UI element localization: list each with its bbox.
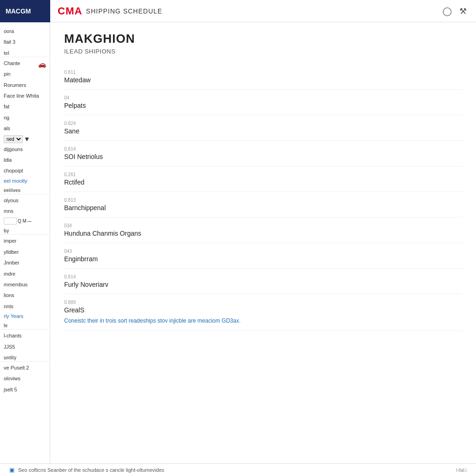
sidebar-item-jnnber[interactable]: Jnnber: [0, 258, 50, 268]
sidebar-item-mdre[interactable]: mdre: [0, 269, 50, 279]
schedule-item-name[interactable]: Sane: [64, 127, 462, 135]
dropdown-icon[interactable]: ▼: [24, 135, 30, 143]
logo-text: MACGM: [6, 7, 31, 15]
schedule-item-code: 0.814: [64, 274, 462, 279]
car-icon: 🚗: [38, 60, 46, 69]
schedule-item: 0.813Barnchippenal: [64, 192, 462, 218]
sidebar-item-nnts[interactable]: nnts: [0, 301, 50, 312]
sidebar: oora llail 3 tel Chante 🚗 pin Rorumers F…: [0, 22, 50, 463]
sidebar-item-ldla[interactable]: ldla: [0, 155, 50, 165]
sidebar-item-fat[interactable]: fat: [0, 101, 50, 112]
sidebar-link-eelmootty[interactable]: eel mootty: [0, 177, 50, 185]
sidebar-section-tel: tel: [0, 48, 50, 57]
sidebar-item-ylldber[interactable]: ylldber: [0, 247, 50, 258]
page-title: MAKGHION: [64, 32, 462, 46]
schedule-item: 04Pelpats: [64, 90, 462, 115]
schedule-item-name[interactable]: GrealS: [64, 306, 462, 314]
schedule-item-code: 0.813: [64, 198, 462, 203]
schedule-item: 0.889GrealSConeistc their in trois sort …: [64, 294, 462, 331]
sidebar-item-jjs5[interactable]: JJS5: [0, 342, 50, 352]
qm-label: Q M: [18, 218, 26, 224]
sidebar-item-als[interactable]: als: [0, 123, 50, 134]
footer-bar: ▣ Seo cofticns Seanber of the schudace s…: [0, 463, 476, 476]
footer-right: l-llal.i: [456, 468, 467, 473]
sidebar-section-by: by: [0, 225, 50, 235]
sidebar-item-mmembus[interactable]: mmembus: [0, 279, 50, 290]
schedule-item: 0.814SOI Netriolus: [64, 141, 462, 166]
sidebar-item-faceline[interactable]: Face line Whita: [0, 91, 50, 101]
sidebar-item-jselt5[interactable]: jselt 5: [0, 384, 50, 395]
sidebar-qm-row: Q M ─: [0, 217, 50, 225]
info-icon: ▣: [9, 467, 14, 473]
schedule-item-code: 0.811: [64, 70, 462, 75]
sidebar-item-lchants[interactable]: l-chants: [0, 331, 50, 341]
sidebar-item-imper[interactable]: imper: [0, 236, 50, 246]
schedule-item-code: 034: [64, 223, 462, 228]
schedule-item-code: 0.824: [64, 121, 462, 126]
main-layout: oora llail 3 tel Chante 🚗 pin Rorumers F…: [0, 22, 476, 463]
sidebar-section-untity: untity: [0, 352, 50, 362]
sidebar-item-pin[interactable]: pin: [0, 69, 50, 79]
sidebar-section-eeiiives: eeiiives: [0, 185, 50, 194]
footer-text: Seo cofticns Seanber of the schudace s c…: [18, 467, 164, 473]
sidebar-section-le: le: [0, 320, 50, 330]
schedule-item-name[interactable]: Hunduna Chanmis Organs: [64, 230, 462, 237]
settings-icon[interactable]: ⚒: [459, 6, 467, 16]
sidebar-item-ng[interactable]: ng: [0, 112, 50, 123]
sidebar-item-oloviws[interactable]: oloviws: [0, 373, 50, 384]
schedule-item-name[interactable]: Furly Noveriarv: [64, 281, 462, 288]
user-icon[interactable]: ◯: [443, 6, 452, 16]
sidebar-q-input[interactable]: [4, 218, 17, 225]
schedule-item: 0.811Matedaw: [64, 64, 462, 90]
schedule-item: 034Hunduna Chanmis Organs: [64, 218, 462, 243]
header-icons: ◯ ⚒: [443, 6, 467, 16]
schedule-item: 0.824Sane: [64, 115, 462, 141]
schedule-item-name[interactable]: Rctifed: [64, 178, 462, 186]
sidebar-item-rorumers[interactable]: Rorumers: [0, 80, 50, 91]
schedule-item-name[interactable]: Pelpats: [64, 102, 462, 109]
schedule-item-link[interactable]: Coneistc their in trois sort readeships …: [64, 317, 462, 325]
sidebar-select[interactable]: ned: [4, 135, 23, 143]
schedule-item-code: 0.261: [64, 172, 462, 177]
sidebar-item-chante[interactable]: Chante 🚗: [0, 58, 50, 69]
header-title: SHIPPING SCHEDULE: [86, 7, 162, 15]
schedule-item-code: 0.814: [64, 146, 462, 152]
schedule-item-name[interactable]: Barnchippenal: [64, 204, 462, 212]
schedule-item: 043Enginbrram: [64, 243, 462, 269]
schedule-item-name[interactable]: Matedaw: [64, 76, 462, 84]
page-subtitle: ILEAD SHIPIONS: [64, 48, 462, 55]
schedule-item-code: 04: [64, 95, 462, 100]
content-area: MAKGHION ILEAD SHIPIONS 0.811Matedaw04Pe…: [50, 22, 476, 463]
sidebar-link-years[interactable]: rly Years: [0, 312, 50, 320]
schedule-item-code: 043: [64, 249, 462, 254]
sidebar-menu-icon[interactable]: ─: [27, 218, 32, 225]
schedule-item: 0.261Rctifed: [64, 166, 462, 192]
sidebar-item-vepuselt2[interactable]: ve Puselt 2: [0, 363, 50, 373]
cma-text: CMA: [58, 5, 82, 17]
sidebar-item-mns[interactable]: mns: [0, 206, 50, 217]
sidebar-item-oora[interactable]: oora: [0, 26, 50, 37]
logo: MACGM: [0, 0, 50, 22]
schedule-list: 0.811Matedaw04Pelpats0.824Sane0.814SOI N…: [64, 64, 462, 331]
sidebar-item-lions[interactable]: lions: [0, 290, 50, 301]
sidebar-item-llail3[interactable]: llail 3: [0, 37, 50, 47]
schedule-item-code: 0.889: [64, 300, 462, 305]
sidebar-select-row: ned ▼: [0, 134, 50, 144]
sidebar-item-olyous[interactable]: olyous: [0, 195, 50, 206]
schedule-item-name[interactable]: SOI Netriolus: [64, 153, 462, 160]
sidebar-item-dijgouns[interactable]: dijgouns: [0, 144, 50, 155]
schedule-item: 0.814Furly Noveriarv: [64, 269, 462, 294]
header: MACGM CMA SHIPPING SCHEDULE ◯ ⚒: [0, 0, 476, 22]
sidebar-item-chopoipt[interactable]: chopoipt: [0, 165, 50, 176]
brand: CMA SHIPPING SCHEDULE: [58, 5, 162, 17]
schedule-item-name[interactable]: Enginbrram: [64, 255, 462, 263]
